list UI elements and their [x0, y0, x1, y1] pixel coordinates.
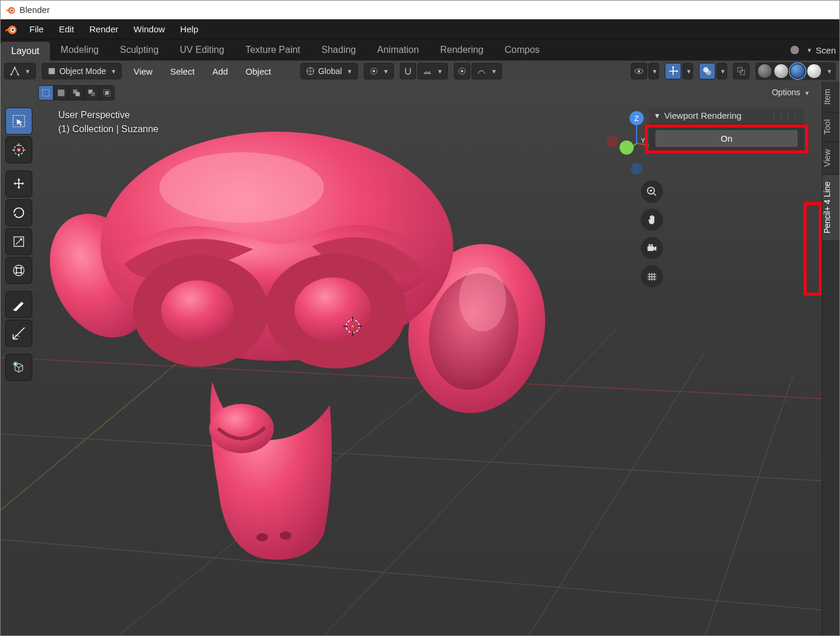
viewport-3d[interactable]: Options ▼ — [1, 82, 822, 636]
svg-point-46 — [14, 265, 24, 276]
gizmo-toggle[interactable] — [665, 63, 681, 79]
snap-dropdown[interactable]: ▼ — [417, 63, 448, 79]
menu-window[interactable]: Window — [126, 19, 172, 39]
proportional-dropdown[interactable]: ▼ — [471, 63, 502, 79]
menu-help[interactable]: Help — [173, 19, 206, 39]
proportional-icon — [457, 66, 467, 76]
tab-modeling[interactable]: Modeling — [50, 39, 109, 61]
shading-chev[interactable]: ▼ — [824, 68, 835, 75]
menu-render[interactable]: Render — [82, 19, 126, 39]
tab-compositing[interactable]: Compos — [494, 39, 551, 61]
nav-pan[interactable] — [641, 209, 663, 231]
nav-ortho[interactable] — [641, 265, 663, 287]
svg-point-49 — [20, 267, 22, 269]
header-object[interactable]: Object — [240, 66, 277, 76]
n-panel-title: Viewport Rendering — [664, 111, 741, 120]
svg-point-51 — [20, 272, 22, 273]
visibility-chev[interactable]: ▼ — [648, 63, 659, 79]
svg-rect-32 — [42, 89, 49, 96]
window-title-bar: Blender — [1, 1, 839, 19]
svg-line-29 — [705, 375, 793, 635]
svg-rect-23 — [741, 71, 745, 75]
tool-cursor[interactable] — [5, 136, 32, 163]
tab-shading[interactable]: Shading — [311, 39, 367, 61]
svg-point-15 — [461, 70, 463, 72]
select-mode-subtract[interactable] — [69, 85, 84, 101]
tool-shelf — [5, 108, 32, 381]
mode-dropdown[interactable]: Object Mode ▼ — [42, 63, 122, 79]
tab-sculpting[interactable]: Sculpting — [109, 39, 169, 61]
select-mode-new[interactable] — [38, 85, 53, 101]
tool-scale[interactable] — [5, 228, 32, 255]
shading-wireframe[interactable] — [757, 63, 772, 79]
snap-toggle[interactable] — [400, 63, 416, 79]
grip-icon[interactable]: ⋮⋮⋮⋮ — [771, 112, 799, 119]
workspace-tabs: Layout Modeling Sculpting UV Editing Tex… — [1, 39, 839, 61]
svg-point-19 — [676, 71, 678, 72]
gizmo-icon — [668, 66, 678, 76]
tool-move[interactable] — [5, 170, 32, 198]
tool-add-cube[interactable] — [5, 354, 32, 381]
tool-transform[interactable] — [5, 257, 32, 284]
tool-measure[interactable] — [5, 320, 32, 347]
svg-point-78 — [620, 140, 634, 155]
side-tab-view[interactable]: View — [822, 142, 839, 175]
proportional-toggle[interactable] — [454, 63, 470, 79]
tool-rotate[interactable] — [5, 199, 32, 226]
shading-rendered[interactable] — [806, 63, 822, 79]
grid-icon — [646, 270, 658, 282]
header-view[interactable]: View — [128, 66, 158, 76]
n-panel-header[interactable]: ▼ Viewport Rendering ⋮⋮⋮⋮ — [649, 108, 804, 123]
overlays-chev[interactable]: ▼ — [717, 63, 727, 79]
scene-selector[interactable]: ▼ Scen — [785, 39, 839, 61]
tool-annotate[interactable] — [5, 291, 32, 318]
tab-rendering[interactable]: Rendering — [430, 39, 494, 61]
orientation-dropdown[interactable]: Global ▼ — [300, 63, 357, 79]
options-dropdown[interactable]: Options ▼ — [766, 85, 816, 99]
side-tab-tool[interactable]: Tool — [822, 112, 839, 142]
mode-label: Object Mode — [59, 66, 106, 76]
scene-icon — [788, 43, 801, 56]
magnet-icon — [403, 66, 413, 76]
svg-point-6 — [791, 46, 799, 55]
viewport-rendering-on-button[interactable]: On — [655, 129, 798, 148]
snap-increment-icon — [423, 66, 432, 76]
side-tab-item[interactable]: Item — [822, 82, 839, 112]
header-select[interactable]: Select — [164, 66, 200, 76]
xray-toggle[interactable] — [733, 63, 749, 79]
pivot-icon — [369, 66, 379, 76]
menu-edit[interactable]: Edit — [51, 19, 82, 39]
visibility-dropdown[interactable] — [631, 63, 647, 79]
tab-animation[interactable]: Animation — [367, 39, 430, 61]
svg-point-48 — [15, 267, 17, 269]
svg-point-73 — [607, 136, 618, 148]
tab-texture-paint[interactable]: Texture Paint — [235, 39, 310, 61]
shading-solid[interactable] — [774, 63, 789, 79]
pivot-dropdown[interactable]: ▼ — [364, 63, 394, 79]
overlays-toggle[interactable] — [699, 63, 715, 79]
app-menu-icon[interactable] — [1, 19, 22, 39]
select-mode-invert[interactable] — [84, 85, 99, 101]
svg-point-7 — [14, 67, 16, 69]
orientation-icon — [306, 66, 315, 76]
header-add[interactable]: Add — [206, 66, 234, 76]
shading-material[interactable] — [790, 63, 805, 79]
nav-camera[interactable] — [641, 237, 663, 259]
svg-point-17 — [638, 70, 640, 72]
gizmo-chev[interactable]: ▼ — [682, 63, 693, 79]
menu-file[interactable]: File — [22, 19, 51, 39]
select-mode-intersect[interactable] — [99, 85, 115, 101]
tab-uv-editing[interactable]: UV Editing — [169, 39, 235, 61]
svg-rect-40 — [105, 91, 109, 95]
suzanne-mesh[interactable] — [30, 123, 559, 581]
eye-icon — [634, 66, 644, 76]
svg-point-72 — [631, 163, 642, 175]
nav-zoom[interactable] — [641, 180, 663, 203]
editor-type-dropdown[interactable]: ▼ — [4, 63, 36, 79]
side-tab-pencil-line[interactable]: Pencil+ 4 Line — [822, 175, 839, 241]
nav-buttons — [641, 180, 663, 287]
select-mode-extend[interactable] — [53, 85, 69, 101]
tool-select-box[interactable] — [5, 108, 32, 135]
tab-layout[interactable]: Layout — [1, 42, 50, 61]
falloff-icon — [477, 66, 486, 76]
